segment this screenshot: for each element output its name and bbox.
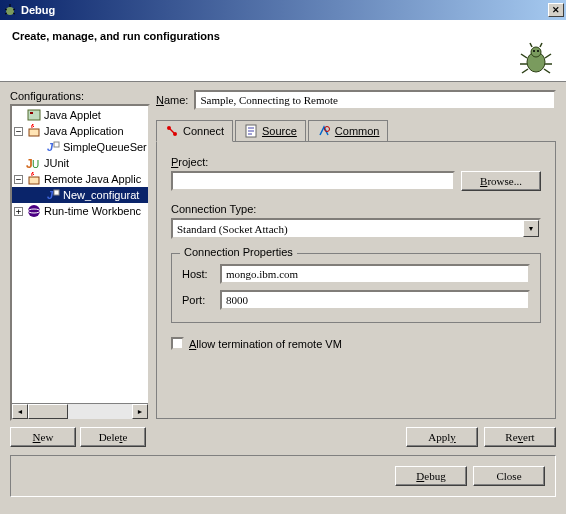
host-input[interactable]	[220, 264, 530, 284]
java-class-icon: J	[45, 139, 61, 155]
svg-line-11	[540, 43, 542, 47]
tree-item-runtime-workbench[interactable]: + Run-time Workbenc	[12, 203, 148, 219]
source-icon	[244, 124, 258, 138]
header-title: Create, manage, and run configurations	[12, 30, 554, 42]
configurations-label: Configurations:	[10, 90, 150, 102]
close-icon[interactable]: ✕	[548, 3, 564, 17]
allow-termination-label: Allow termination of remote VM	[189, 338, 342, 350]
tab-common[interactable]: Common	[308, 120, 389, 141]
dialog-header: Create, manage, and run configurations	[0, 20, 566, 82]
close-button[interactable]: Close	[473, 466, 545, 486]
chevron-down-icon[interactable]: ▼	[523, 220, 539, 237]
connect-icon	[165, 124, 179, 138]
tree-item-new-config[interactable]: J New_configurat	[12, 187, 148, 203]
svg-point-28	[28, 205, 40, 217]
remote-java-icon	[26, 171, 42, 187]
allow-termination-checkbox[interactable]	[171, 337, 184, 350]
bug-icon	[518, 40, 554, 76]
browse-button[interactable]: Browse...	[461, 171, 541, 191]
svg-text:U: U	[32, 159, 39, 170]
tab-label: Connect	[183, 125, 224, 137]
svg-rect-27	[54, 190, 59, 195]
tree-item-simple-queue[interactable]: J SimpleQueueSer	[12, 139, 148, 155]
window-title: Debug	[21, 4, 548, 16]
scroll-thumb[interactable]	[28, 404, 68, 419]
tree-label: JUnit	[44, 157, 69, 169]
tree-label: Java Applet	[44, 109, 101, 121]
project-input[interactable]	[171, 171, 455, 191]
java-app-icon	[26, 123, 42, 139]
tree-item-remote-java[interactable]: − Remote Java Applic	[12, 171, 148, 187]
tree-label: Java Application	[44, 125, 124, 137]
svg-text:J: J	[47, 189, 54, 201]
svg-rect-25	[29, 177, 39, 184]
svg-line-17	[544, 69, 550, 73]
scroll-right-icon[interactable]: ►	[132, 404, 148, 419]
titlebar: Debug ✕	[0, 0, 566, 20]
svg-rect-19	[30, 112, 33, 114]
svg-line-5	[13, 13, 15, 14]
svg-text:J: J	[47, 141, 54, 153]
eclipse-icon	[26, 203, 42, 219]
tree-label: Remote Java Applic	[44, 173, 141, 185]
configurations-tree[interactable]: Java Applet − Java Application J SimpleQ…	[10, 104, 150, 421]
svg-line-12	[521, 54, 527, 58]
tree-item-java-applet[interactable]: Java Applet	[12, 107, 148, 123]
tree-label: Run-time Workbenc	[44, 205, 141, 217]
project-label: Project:	[171, 156, 541, 168]
tab-label: Source	[262, 125, 297, 137]
apply-button[interactable]: Apply	[406, 427, 478, 447]
expand-icon[interactable]: +	[14, 207, 23, 216]
port-input[interactable]	[220, 290, 530, 310]
tree-item-java-application[interactable]: − Java Application	[12, 123, 148, 139]
junit-icon: JU	[26, 155, 42, 171]
svg-point-0	[6, 7, 14, 15]
name-input[interactable]	[194, 90, 556, 110]
connection-type-select[interactable]: Standard (Socket Attach)	[171, 218, 541, 239]
applet-icon	[26, 107, 42, 123]
svg-rect-22	[54, 142, 59, 147]
common-icon	[317, 124, 331, 138]
new-button[interactable]: New	[10, 427, 76, 447]
tab-source[interactable]: Source	[235, 120, 306, 141]
tree-label: SimpleQueueSer	[63, 141, 147, 153]
svg-line-16	[522, 69, 528, 73]
fieldset-legend: Connection Properties	[180, 246, 297, 258]
svg-rect-20	[29, 129, 39, 136]
horizontal-scrollbar[interactable]: ◄ ►	[12, 403, 148, 419]
debug-button[interactable]: Debug	[395, 466, 467, 486]
svg-point-7	[531, 47, 541, 57]
delete-button[interactable]: Delete	[80, 427, 146, 447]
select-value: Standard (Socket Attach)	[177, 223, 288, 235]
collapse-icon[interactable]: −	[14, 127, 23, 136]
collapse-icon[interactable]: −	[14, 175, 23, 184]
tab-panel-connect: Project: Browse... Connection Type: Stan…	[156, 142, 556, 419]
name-label: Name:	[156, 94, 188, 106]
svg-point-8	[533, 50, 535, 52]
java-class-icon: J	[45, 187, 61, 203]
svg-line-13	[545, 54, 551, 58]
revert-button[interactable]: Revert	[484, 427, 556, 447]
svg-line-10	[530, 43, 532, 47]
svg-point-9	[537, 50, 539, 52]
svg-line-4	[5, 13, 7, 14]
port-label: Port:	[182, 294, 220, 306]
scroll-left-icon[interactable]: ◄	[12, 404, 28, 419]
tree-item-junit[interactable]: JU JUnit	[12, 155, 148, 171]
tab-label: Common	[335, 125, 380, 137]
connection-type-label: Connection Type:	[171, 203, 541, 215]
tab-bar: Connect Source Common	[156, 120, 556, 142]
tree-label: New_configurat	[63, 189, 139, 201]
svg-line-32	[170, 129, 174, 133]
debug-icon	[2, 2, 18, 18]
host-label: Host:	[182, 268, 220, 280]
tab-connect[interactable]: Connect	[156, 120, 233, 142]
connection-properties-group: Connection Properties Host: Port:	[171, 253, 541, 323]
svg-rect-18	[28, 110, 40, 120]
